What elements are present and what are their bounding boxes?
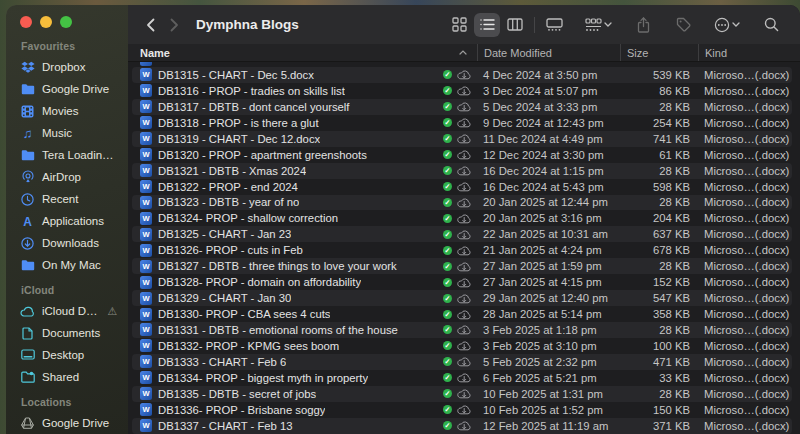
- size-cell: 28 KB: [620, 196, 698, 208]
- column-header-kind[interactable]: Kind: [698, 44, 800, 61]
- sidebar-item-music[interactable]: ♫Music: [6, 122, 128, 144]
- table-row[interactable]: WDB1325 - CHART - Jan 23✓22 Jan 2025 at …: [132, 226, 792, 242]
- date-modified-cell: 20 Jan 2025 at 12:44 pm: [477, 196, 620, 208]
- table-row[interactable]: WDB1321 - DBTB - Xmas 2024✓16 Dec 2024 a…: [132, 163, 792, 179]
- sidebar-item-movies[interactable]: Movies: [6, 100, 128, 122]
- sidebar-item-google-drive[interactable]: Google Drive: [6, 412, 128, 434]
- column-header-name[interactable]: Name: [128, 44, 477, 61]
- sidebar-item-desktop[interactable]: Desktop: [6, 344, 128, 366]
- kind-cell: Microso…(.docx): [698, 324, 792, 336]
- table-row[interactable]: WDB1333 - CHART - Feb 6✓5 Feb 2025 at 2:…: [132, 354, 792, 370]
- sidebar-item-label: Tera Loadin…: [42, 149, 114, 161]
- sidebar-item-recent[interactable]: Recent: [6, 188, 128, 210]
- cloud-download-icon: [457, 213, 471, 224]
- drive-icon: [19, 417, 36, 429]
- list-view-icon: [480, 18, 495, 31]
- size-cell: 598 KB: [620, 181, 698, 193]
- file-name: DB1334- PROP - biggest myth in property: [158, 372, 368, 384]
- date-modified-cell: 5 Feb 2025 at 2:32 pm: [477, 356, 620, 368]
- date-modified-cell: 27 Jan 2025 at 4:15 pm: [477, 276, 620, 288]
- sidebar-item-label: Movies: [42, 105, 78, 117]
- file-name-cell: WDB1317 - DBTB - dont cancel yourself✓: [132, 100, 477, 113]
- gallery-view-button[interactable]: [541, 13, 567, 37]
- kind-cell: Microso…(.docx): [698, 372, 792, 384]
- toolbar: Dymphna Blogs: [128, 5, 800, 44]
- sidebar-item-shared[interactable]: Shared: [6, 366, 128, 388]
- icon-view-button[interactable]: [446, 13, 472, 37]
- sidebar-item-downloads[interactable]: Downloads: [6, 232, 128, 254]
- table-row[interactable]: WDB1317 - DBTB - dont cancel yourself✓5 …: [132, 99, 792, 115]
- file-name: DB1329 - CHART - Jan 30: [158, 292, 291, 304]
- table-row[interactable]: WDB1337 - CHART - Feb 13✓12 Feb 2025 at …: [132, 418, 792, 434]
- search-button[interactable]: [758, 13, 784, 37]
- word-doc-icon: W: [140, 148, 152, 161]
- word-doc-icon: W: [140, 68, 152, 81]
- table-row[interactable]: WDB1326- PROP - cuts in Feb✓21 Jan 2025 …: [132, 242, 792, 258]
- word-doc-icon: W: [140, 403, 152, 416]
- word-doc-icon: W: [140, 84, 152, 97]
- sidebar-item-documents[interactable]: Documents: [6, 322, 128, 344]
- file-name: DB1324- PROP - shallow correction: [158, 212, 338, 224]
- table-row-partial[interactable]: W: [132, 62, 792, 67]
- table-row[interactable]: WDB1319 - CHART - Dec 12.docx✓11 Dec 202…: [132, 131, 792, 147]
- file-name-cell: WDB1315 - CHART - Dec 5.docx✓: [132, 68, 477, 81]
- column-header-date-modified[interactable]: Date Modified: [477, 44, 620, 61]
- file-name: DB1319 - CHART - Dec 12.docx: [158, 133, 320, 145]
- view-mode-switcher: [446, 13, 567, 37]
- synced-check-icon: ✓: [443, 310, 452, 319]
- size-cell: 637 KB: [620, 228, 698, 240]
- list-view-button[interactable]: [474, 13, 500, 37]
- sidebar-item-applications[interactable]: AApplications: [6, 210, 128, 232]
- more-actions-button[interactable]: [710, 13, 744, 37]
- table-row[interactable]: WDB1336- PROP - Brisbane soggy✓10 Feb 20…: [132, 402, 792, 418]
- kind-cell: Microso…(.docx): [698, 228, 792, 240]
- column-view-button[interactable]: [502, 13, 528, 37]
- table-row[interactable]: WDB1332- PROP - KPMG sees boom✓3 Feb 202…: [132, 338, 792, 354]
- sidebar-item-airdrop[interactable]: AirDrop: [6, 166, 128, 188]
- table-row[interactable]: WDB1329 - CHART - Jan 30✓29 Jan 2025 at …: [132, 290, 792, 306]
- forward-button[interactable]: [162, 13, 186, 37]
- file-name: DB1335 - DBTB - secret of jobs: [158, 388, 316, 400]
- table-row[interactable]: WDB1335 - DBTB - secret of jobs✓10 Feb 2…: [132, 386, 792, 402]
- close-button[interactable]: [20, 16, 32, 28]
- table-row[interactable]: WDB1330- PROP - CBA sees 4 cuts✓28 Jan 2…: [132, 306, 792, 322]
- size-cell: 204 KB: [620, 212, 698, 224]
- minimize-button[interactable]: [40, 16, 52, 28]
- table-row[interactable]: WDB1320 - PROP - apartment greenshoots✓1…: [132, 147, 792, 163]
- file-name-cell: WDB1316 - PROP - tradies on skills list✓: [132, 84, 477, 97]
- table-row[interactable]: WDB1323 - DBTB - year of no✓20 Jan 2025 …: [132, 195, 792, 211]
- cloud-download-icon: [457, 245, 471, 256]
- share-button[interactable]: [630, 13, 656, 37]
- file-name: DB1315 - CHART - Dec 5.docx: [158, 69, 314, 81]
- sidebar-item-on-my-mac[interactable]: On My Mac: [6, 254, 128, 276]
- date-modified-cell: 6 Feb 2025 at 5:21 pm: [477, 372, 620, 384]
- group-by-button[interactable]: [581, 13, 616, 37]
- tag-button[interactable]: [670, 13, 696, 37]
- word-doc-icon: W: [140, 355, 152, 368]
- table-row[interactable]: WDB1324- PROP - shallow correction✓20 Ja…: [132, 210, 792, 226]
- sidebar-item-dropbox[interactable]: Dropbox: [6, 56, 128, 78]
- sidebar-item-icloud-d[interactable]: iCloud D…⚠: [6, 300, 128, 322]
- synced-check-icon: ✓: [443, 86, 452, 95]
- table-row[interactable]: WDB1331 - DBTB - emotional rooms of the …: [132, 322, 792, 338]
- cloud-download-icon: [457, 293, 471, 304]
- table-row[interactable]: WDB1322 - PROP - end 2024✓16 Dec 2024 at…: [132, 179, 792, 195]
- date-modified-cell: 10 Feb 2025 at 1:31 pm: [477, 388, 620, 400]
- kind-cell: Microso…(.docx): [698, 165, 792, 177]
- sidebar-item-google-drive[interactable]: Google Drive: [6, 78, 128, 100]
- file-name-cell: WDB1319 - CHART - Dec 12.docx✓: [132, 132, 477, 145]
- file-name: DB1323 - DBTB - year of no: [158, 196, 299, 208]
- cloud-download-icon: [457, 133, 471, 144]
- column-header-size[interactable]: Size: [620, 44, 698, 61]
- file-name-cell: WDB1334- PROP - biggest myth in property…: [132, 371, 477, 384]
- table-row[interactable]: WDB1316 - PROP - tradies on skills list✓…: [132, 83, 792, 99]
- sidebar-item-tera-loadin[interactable]: Tera Loadin…: [6, 144, 128, 166]
- back-button[interactable]: [138, 13, 162, 37]
- table-row[interactable]: WDB1327 - DBTB - three things to love yo…: [132, 258, 792, 274]
- table-row[interactable]: WDB1334- PROP - biggest myth in property…: [132, 370, 792, 386]
- table-row[interactable]: WDB1318 - PROP - is there a glut✓9 Dec 2…: [132, 115, 792, 131]
- file-name-cell: WDB1322 - PROP - end 2024✓: [132, 180, 477, 193]
- table-row[interactable]: WDB1328- PROP - domain on affordability✓…: [132, 274, 792, 290]
- table-row[interactable]: WDB1315 - CHART - Dec 5.docx✓4 Dec 2024 …: [132, 67, 792, 83]
- zoom-button[interactable]: [60, 16, 72, 28]
